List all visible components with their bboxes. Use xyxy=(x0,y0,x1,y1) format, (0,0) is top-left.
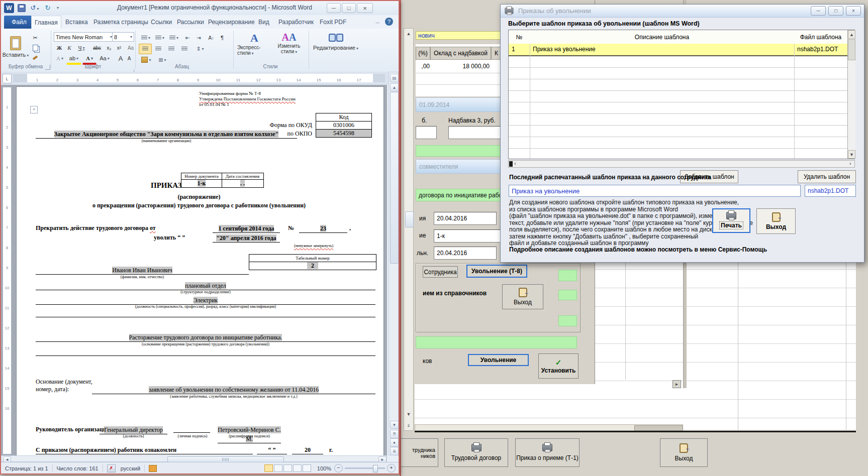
apply-button[interactable]: ✓ Установить xyxy=(538,353,578,379)
scroll-thumb[interactable] xyxy=(390,92,399,264)
format-painter-icon[interactable] xyxy=(29,53,41,63)
dialog-titlebar[interactable]: Приказы об увольнении ─ □ × xyxy=(501,5,864,18)
tab-file[interactable]: Файл xyxy=(4,16,34,29)
tab-home[interactable]: Главная xyxy=(31,16,61,29)
tab-selector-box[interactable]: L xyxy=(3,74,12,83)
strikethrough-button[interactable]: abc xyxy=(90,43,104,53)
italic-button[interactable]: К xyxy=(64,43,74,53)
change-styles-button[interactable]: АA Изменитьстили xyxy=(273,32,305,62)
dialog-maximize-button[interactable]: □ xyxy=(828,6,843,16)
font-name-combo[interactable]: Times New Roman xyxy=(54,32,114,42)
numbering-button[interactable] xyxy=(153,33,167,43)
column-header-desc[interactable]: Описание шаблона xyxy=(530,30,794,44)
horizontal-ruler[interactable]: 1234567891011121314151617 xyxy=(13,74,385,82)
move-handle-icon[interactable]: + xyxy=(30,106,38,113)
cell-fraction[interactable]: ,00 xyxy=(416,60,432,73)
qat-customize-icon[interactable] xyxy=(54,4,60,11)
scroll-down-icon[interactable]: ▼ xyxy=(848,150,855,159)
clipboard-launcher-icon[interactable] xyxy=(45,65,50,70)
language-status[interactable]: русский xyxy=(121,465,140,471)
browse-object-icon[interactable]: ● xyxy=(390,438,399,447)
quick-styles-button[interactable]: A Экспресс-стили xyxy=(237,32,271,62)
word-hscrollbar[interactable]: ◄ ► xyxy=(1,455,387,462)
scroll-right-icon[interactable]: › xyxy=(849,160,851,166)
cut-icon[interactable]: ✂ xyxy=(29,33,41,43)
scroll-left-icon[interactable]: ‹ xyxy=(514,160,516,166)
collapse-ribbon-icon[interactable]: ︿ xyxy=(375,19,382,25)
labor-contract-button[interactable]: Трудовой договор xyxy=(444,438,508,467)
text-effects-button[interactable]: А xyxy=(53,53,66,63)
document-page[interactable]: Унифицированная форма № Т-8 Утверждена П… xyxy=(16,86,384,456)
exit-button-bottom[interactable]: Выход xyxy=(660,438,708,467)
undo-icon[interactable]: ↺ xyxy=(28,3,41,12)
dismissal-t8-button[interactable]: Увольнение (Т-8) xyxy=(466,265,527,278)
word-titlebar[interactable]: W ↺ ↻ Документ1 [Режим ограниченной функ… xyxy=(1,1,399,15)
clear-formatting-button[interactable]: Aa xyxy=(126,43,136,53)
tab-page-layout[interactable]: Разметка страницы xyxy=(90,16,151,29)
column-header-salary[interactable]: Оклад с надбавкой xyxy=(430,47,491,60)
ruler-toggle-icon[interactable]: ▤ xyxy=(390,74,399,82)
change-case-button[interactable]: Aa xyxy=(98,53,112,63)
font-color-button[interactable]: А xyxy=(82,53,97,65)
subscript-button[interactable]: x₂ xyxy=(104,43,115,53)
zoom-out-icon[interactable]: − xyxy=(334,464,343,472)
order-number-field[interactable]: 1-к xyxy=(434,229,511,243)
next-page-icon[interactable]: ⇊ xyxy=(390,447,399,455)
date-field-1[interactable]: 20.04.2016 xyxy=(434,212,497,225)
bold-button[interactable]: Ж xyxy=(54,43,64,53)
tab-references[interactable]: Ссылки xyxy=(148,16,175,29)
print-button[interactable]: Печать xyxy=(712,208,750,233)
multilevel-list-button[interactable] xyxy=(167,33,181,43)
help-icon[interactable]: ? xyxy=(385,18,393,26)
previous-page-icon[interactable]: ⇈ xyxy=(390,430,399,438)
grow-font-button[interactable]: А xyxy=(116,53,126,63)
vertical-ruler[interactable]: 12345678910111213141516 xyxy=(3,87,12,454)
word-logo-icon[interactable]: W xyxy=(4,3,14,13)
dismissal-button[interactable]: Увольнение xyxy=(468,354,529,366)
word-count[interactable]: Число слов: 161 xyxy=(57,465,99,471)
bonus-input-small[interactable] xyxy=(416,126,437,139)
exit-button-inner[interactable]: Выход xyxy=(502,284,543,309)
employees-list-button-partial[interactable]: трудника ников xyxy=(400,438,438,467)
sort-button[interactable]: А↓ xyxy=(205,33,217,43)
macro-icon[interactable] xyxy=(149,465,157,472)
tab-mailings[interactable]: Рассылки xyxy=(174,16,207,29)
employee-button[interactable]: Сотрудника xyxy=(423,266,458,278)
line-spacing-button[interactable]: ⇕ xyxy=(193,44,207,54)
tab-developer[interactable]: Разработчик xyxy=(275,16,317,29)
date-field-2[interactable]: 20.04.2016 xyxy=(434,247,497,260)
hr-left-scrollbar[interactable]: ▲ ▼ ± ○ xyxy=(404,28,414,431)
scroll-up-icon[interactable]: ▲ xyxy=(848,30,855,39)
font-size-combo[interactable]: 8 xyxy=(112,32,134,42)
tab-view[interactable]: Вид xyxy=(255,16,272,29)
word-vscrollbar[interactable]: ▤ ▲ ▼ ⇈ ● ⇊ xyxy=(389,72,399,455)
scroll-page-icon[interactable]: ± xyxy=(405,421,413,429)
scroll-down-icon[interactable]: ▼ xyxy=(390,421,399,429)
tab-foxit[interactable]: Foxit PDF xyxy=(317,16,349,29)
close-button[interactable]: × xyxy=(357,3,373,13)
dialog-exit-button[interactable]: Выход xyxy=(756,208,796,234)
template-row-selected[interactable]: 1 Приказ на увольнение nshab2p1.DOT xyxy=(509,44,847,56)
table-hscrollbar[interactable]: ‹ › xyxy=(508,160,855,168)
bullets-button[interactable] xyxy=(139,33,153,43)
table-vscrollbar[interactable]: ▲ ▼ xyxy=(847,30,855,159)
justify-button[interactable] xyxy=(178,44,191,54)
view-outline-icon[interactable] xyxy=(293,464,302,472)
hscroll-thumb[interactable] xyxy=(509,161,513,167)
shrink-font-button[interactable]: А xyxy=(125,53,134,63)
align-left-button[interactable] xyxy=(139,44,152,54)
tab-review[interactable]: Рецензирование xyxy=(205,16,258,29)
redo-icon[interactable]: ↻ xyxy=(43,3,52,12)
column-header-file[interactable]: Файл шаблона xyxy=(794,30,847,44)
zoom-slider-thumb[interactable] xyxy=(373,465,378,472)
scroll-thumb[interactable] xyxy=(405,211,414,227)
hscroll-right-icon[interactable]: ► xyxy=(672,380,681,388)
delete-template-button[interactable]: Удалить шаблон xyxy=(798,170,856,183)
view-web-icon[interactable] xyxy=(283,464,292,472)
scroll-up-icon[interactable]: ▲ xyxy=(390,83,399,91)
align-right-button[interactable] xyxy=(165,44,178,54)
copy-icon[interactable] xyxy=(29,43,41,53)
zoom-in-icon[interactable]: + xyxy=(387,464,396,472)
cell-salary[interactable]: 18 000,00 xyxy=(430,60,492,73)
decrease-indent-button[interactable]: ⇤ xyxy=(182,33,193,43)
